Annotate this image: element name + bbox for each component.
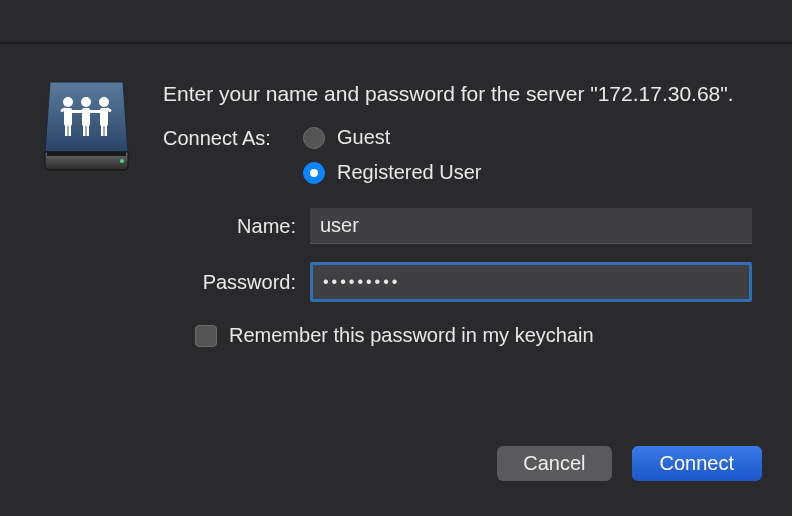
svg-rect-8	[83, 124, 86, 136]
prompt-text: Enter your name and password for the ser…	[163, 80, 752, 108]
cancel-button[interactable]: Cancel	[497, 446, 611, 481]
svg-rect-13	[105, 124, 108, 136]
radio-guest[interactable]: Guest	[303, 126, 482, 149]
svg-point-1	[120, 159, 124, 163]
remember-checkbox-label[interactable]: Remember this password in my keychain	[229, 324, 594, 347]
svg-rect-0	[47, 152, 126, 156]
radio-registered-user[interactable]: Registered User	[303, 161, 482, 184]
name-label: Name:	[40, 215, 310, 238]
radio-guest-indicator	[303, 127, 325, 149]
svg-rect-12	[101, 124, 104, 136]
connect-as-label: Connect As:	[163, 126, 303, 150]
connect-as-radio-group: Guest Registered User	[303, 126, 482, 184]
svg-point-2	[63, 97, 73, 107]
password-label: Password:	[40, 271, 310, 294]
password-input[interactable]	[313, 265, 749, 299]
svg-point-6	[81, 97, 91, 107]
svg-rect-5	[69, 124, 72, 136]
radio-registered-label: Registered User	[337, 161, 482, 184]
svg-rect-4	[65, 124, 68, 136]
svg-rect-14	[70, 110, 84, 113]
auth-dialog: Enter your name and password for the ser…	[40, 80, 752, 347]
header-divider	[0, 42, 792, 44]
radio-guest-label: Guest	[337, 126, 390, 149]
connect-button[interactable]: Connect	[632, 446, 763, 481]
button-row: Cancel Connect	[497, 446, 762, 481]
name-input[interactable]	[310, 208, 752, 244]
svg-rect-9	[87, 124, 90, 136]
radio-registered-indicator	[303, 162, 325, 184]
network-share-icon	[40, 80, 133, 173]
svg-point-10	[99, 97, 109, 107]
remember-checkbox[interactable]	[195, 325, 217, 347]
svg-rect-15	[88, 110, 102, 113]
